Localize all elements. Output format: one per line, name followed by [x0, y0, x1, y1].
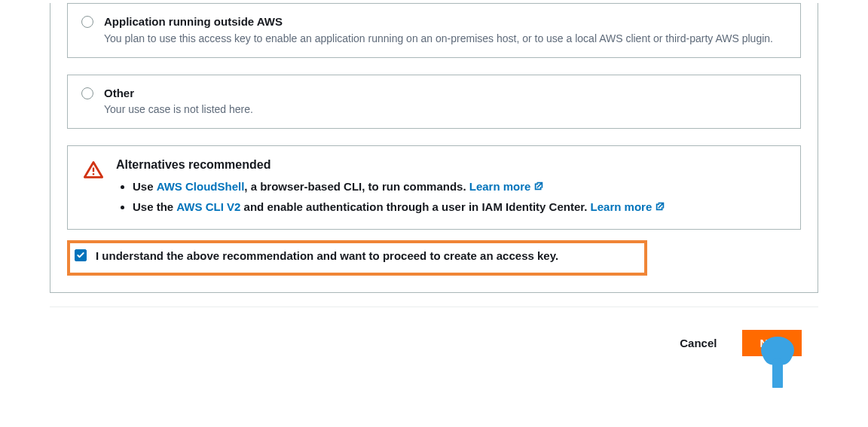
option-other[interactable]: Other Your use case is not listed here.: [67, 75, 801, 130]
external-link-icon: [533, 177, 544, 188]
alert-bullet-cliv2: Use the AWS CLI V2 and enable authentica…: [133, 197, 785, 217]
next-button[interactable]: Next: [742, 330, 802, 356]
radio-unselected-icon: [81, 87, 93, 99]
option-desc: You plan to use this access key to enabl…: [104, 31, 787, 47]
cloudshell-link[interactable]: AWS CloudShell: [157, 180, 245, 193]
svg-rect-1: [93, 173, 94, 175]
svg-rect-0: [93, 168, 94, 172]
option-title: Application running outside AWS: [104, 14, 787, 29]
radio-unselected-icon: [81, 16, 93, 28]
option-title: Other: [104, 86, 787, 101]
bullet-text: , a browser-based CLI, to run commands.: [244, 180, 469, 193]
bullet-text: and enable authentication through a user…: [240, 200, 590, 213]
learn-more-label: Learn more: [591, 200, 653, 213]
alternatives-alert: Alternatives recommended Use AWS CloudSh…: [67, 145, 801, 230]
aws-cli-link[interactable]: AWS CLI V2: [176, 200, 240, 213]
option-texts: Application running outside AWS You plan…: [104, 14, 787, 47]
bullet-text: Use: [133, 180, 157, 193]
external-link-icon: [655, 197, 665, 208]
learn-more-link[interactable]: Learn more: [591, 200, 666, 213]
wizard-footer: Cancel Next: [50, 307, 818, 364]
bullet-text: Use the: [133, 200, 176, 213]
warning-triangle-icon: [83, 160, 104, 181]
cancel-button[interactable]: Cancel: [666, 331, 730, 355]
alert-body: Alternatives recommended Use AWS CloudSh…: [116, 158, 785, 217]
consent-highlight: I understand the above recommendation an…: [67, 240, 647, 276]
option-desc: Your use case is not listed here.: [104, 102, 787, 117]
use-case-panel: Application running outside AWS You plan…: [50, 3, 818, 293]
option-texts: Other Your use case is not listed here.: [104, 86, 787, 118]
consent-checkbox[interactable]: [75, 249, 87, 261]
alert-title: Alternatives recommended: [116, 158, 785, 172]
alert-bullet-cloudshell: Use AWS CloudShell, a browser-based CLI,…: [133, 176, 785, 197]
consent-label: I understand the above recommendation an…: [96, 248, 558, 265]
option-application-outside-aws[interactable]: Application running outside AWS You plan…: [67, 3, 801, 58]
learn-more-link[interactable]: Learn more: [469, 180, 545, 193]
learn-more-label: Learn more: [469, 180, 531, 193]
checkmark-icon: [76, 251, 85, 260]
